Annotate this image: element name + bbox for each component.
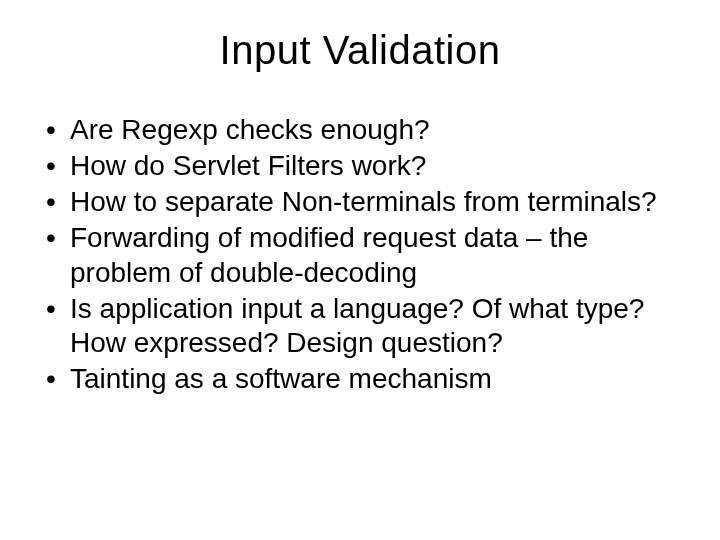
slide: Input Validation Are Regexp checks enoug… [0, 0, 720, 540]
bullet-item: Forwarding of modified request data – th… [40, 221, 680, 289]
bullet-item: Is application input a language? Of what… [40, 292, 680, 360]
bullet-item: How do Servlet Filters work? [40, 149, 680, 183]
bullet-item: How to separate Non-terminals from termi… [40, 185, 680, 219]
bullet-list: Are Regexp checks enough? How do Servlet… [30, 113, 690, 396]
slide-title: Input Validation [30, 28, 690, 73]
bullet-item: Are Regexp checks enough? [40, 113, 680, 147]
bullet-item: Tainting as a software mechanism [40, 362, 680, 396]
